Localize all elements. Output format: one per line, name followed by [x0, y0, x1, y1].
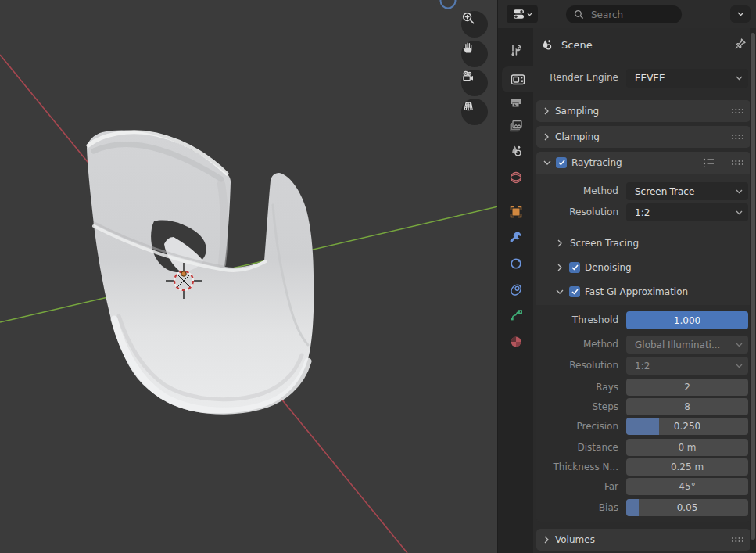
tab-particle-properties[interactable]	[498, 276, 533, 302]
options-button[interactable]	[730, 5, 751, 23]
panel-sampling[interactable]: Sampling	[536, 100, 751, 122]
pan-button[interactable]	[461, 41, 488, 67]
chevron-down-icon	[736, 76, 743, 81]
threshold-slider[interactable]: 1.000	[626, 311, 748, 329]
viewport-scene	[0, 0, 497, 553]
editor-type-button[interactable]	[507, 5, 538, 23]
far-row: Far 45°	[536, 478, 751, 495]
scene-icon	[509, 144, 523, 158]
chevron-down-icon	[527, 13, 532, 16]
panel-raytracing-header[interactable]: Raytracing	[536, 154, 751, 171]
precision-slider[interactable]: 0.250	[626, 418, 748, 435]
rays-field[interactable]: 2	[626, 379, 748, 396]
drag-dots-icon[interactable]	[731, 160, 744, 166]
threshold-row: Threshold 1.000	[536, 311, 751, 329]
fast-gi-checkbox[interactable]	[569, 286, 580, 297]
chevron-down-icon	[556, 289, 564, 294]
properties-editor: Scene Render Engine EEVEE Sampling Clamp…	[497, 0, 756, 553]
material-sphere-icon	[509, 335, 523, 349]
scrollbar-thumb[interactable]	[751, 33, 755, 540]
tab-tool[interactable]	[498, 37, 533, 63]
chevron-down-icon	[737, 12, 744, 16]
denoising-header[interactable]: Denoising	[536, 259, 751, 276]
drag-dots-icon[interactable]	[731, 108, 744, 114]
viewport-3d[interactable]	[0, 0, 497, 553]
chevron-right-icon	[544, 536, 549, 544]
chevron-right-icon	[557, 264, 562, 271]
gi-method-label: Method	[536, 336, 618, 354]
pin-icon[interactable]	[733, 37, 747, 51]
properties-editor-icon	[513, 8, 525, 20]
tab-modifier-properties[interactable]	[498, 224, 533, 250]
steps-label: Steps	[536, 398, 618, 415]
list-options-icon[interactable]	[703, 157, 715, 167]
nav-gizmo-partial	[441, 0, 456, 9]
resolution-label: Resolution	[536, 203, 618, 221]
denoising-title: Denoising	[585, 262, 632, 273]
zoom-button[interactable]	[461, 11, 488, 38]
chevron-down-icon	[736, 343, 743, 347]
chevron-down-icon	[543, 160, 551, 165]
chevron-down-icon	[736, 210, 743, 215]
tab-object-properties[interactable]	[498, 199, 533, 224]
printer-icon	[509, 95, 522, 108]
steps-row: Steps 8	[536, 398, 751, 415]
screen-tracing-title: Screen Tracing	[570, 238, 639, 249]
curve-data-icon	[509, 308, 523, 322]
search-input[interactable]	[589, 9, 671, 21]
render-engine-row: Render Engine EEVEE	[536, 69, 751, 88]
panel-volumes-title: Volumes	[555, 534, 595, 545]
camera-view-button[interactable]	[461, 70, 488, 96]
gi-method-dropdown[interactable]: Global Illuminati...	[626, 336, 748, 354]
physics-orbit-icon	[509, 257, 523, 271]
breadcrumb: Scene	[536, 34, 751, 55]
far-label: Far	[536, 478, 618, 495]
raytracing-method-row: Method Screen-Trace	[536, 182, 751, 200]
object-icon	[509, 205, 523, 219]
fast-gi-header[interactable]: Fast GI Approximation	[536, 283, 751, 300]
distance-row: Distance 0 m	[536, 439, 751, 456]
drag-dots-icon[interactable]	[731, 537, 744, 543]
steps-field[interactable]: 8	[626, 398, 748, 415]
tab-view-layer-properties[interactable]	[498, 113, 533, 138]
object-origin-dot	[181, 271, 186, 276]
tab-physics-properties[interactable]	[498, 250, 533, 276]
tool-icon	[509, 43, 523, 57]
tab-scene-properties[interactable]	[498, 138, 533, 163]
rays-row: Rays 2	[536, 379, 751, 396]
render-engine-dropdown[interactable]: EEVEE	[626, 69, 748, 88]
model-cup-holder	[87, 131, 314, 414]
panel-volumes[interactable]: Volumes	[536, 529, 751, 551]
render-engine-label: Render Engine	[536, 69, 618, 88]
denoising-checkbox[interactable]	[569, 262, 580, 273]
far-field[interactable]: 45°	[626, 478, 748, 495]
panel-clamping[interactable]: Clamping	[536, 126, 751, 148]
tab-object-data-properties[interactable]	[498, 302, 533, 328]
screen-tracing-header[interactable]: Screen Tracing	[536, 235, 751, 252]
thickness-field[interactable]: 0.25 m	[626, 458, 748, 476]
precision-row: Precision 0.250	[536, 418, 751, 435]
search-box[interactable]	[566, 5, 682, 23]
chevron-right-icon	[544, 133, 549, 141]
precision-label: Precision	[536, 418, 618, 435]
panel-sampling-title: Sampling	[555, 106, 599, 117]
raytracing-checkbox[interactable]	[556, 157, 567, 168]
rays-label: Rays	[536, 379, 618, 396]
tab-output-properties[interactable]	[498, 88, 533, 114]
grid-toggle-button[interactable]	[461, 99, 488, 125]
tab-material-properties[interactable]	[498, 329, 533, 354]
method-dropdown[interactable]: Screen-Trace	[626, 182, 748, 200]
distance-field[interactable]: 0 m	[626, 439, 748, 456]
thickness-label: Thickness N...	[536, 458, 618, 476]
images-stack-icon	[509, 119, 523, 133]
gi-resolution-dropdown[interactable]: 1:2	[626, 357, 748, 375]
properties-tab-strip	[498, 28, 533, 553]
bias-label: Bias	[536, 499, 618, 516]
bias-slider[interactable]: 0.05	[626, 499, 748, 516]
particles-teardrop-icon	[509, 282, 523, 296]
breadcrumb-scene-label[interactable]: Scene	[561, 39, 593, 51]
method-label: Method	[536, 182, 618, 200]
drag-dots-icon[interactable]	[731, 134, 744, 140]
resolution-dropdown[interactable]: 1:2	[626, 203, 748, 221]
tab-world-properties[interactable]	[498, 164, 533, 190]
